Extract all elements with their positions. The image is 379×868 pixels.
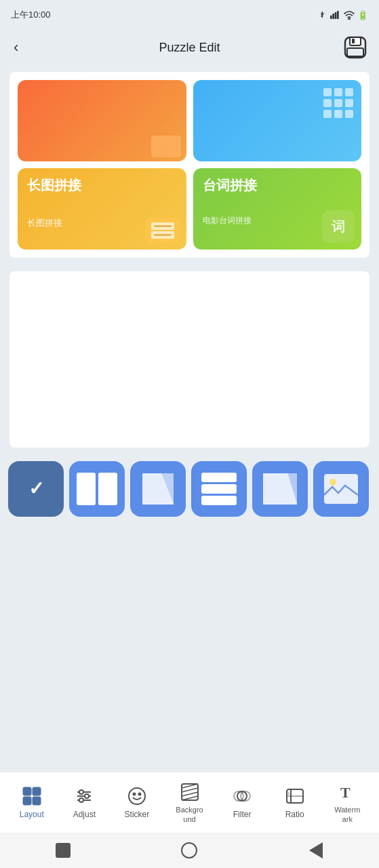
svg-rect-23 <box>33 787 41 795</box>
battery-icon: 🔋 <box>357 10 368 20</box>
svg-rect-7 <box>347 48 363 56</box>
svg-point-30 <box>85 794 89 798</box>
svg-point-4 <box>348 18 350 20</box>
template-grid: 长图拼接 长图拼接 台词拼接 电影台词拼接 词 <box>9 72 370 258</box>
watermark-label: Watermark <box>334 806 360 823</box>
trapezoid-icon <box>262 472 298 506</box>
check-icon: ✓ <box>28 479 44 498</box>
svg-rect-6 <box>350 37 361 45</box>
svg-text:T: T <box>340 784 351 801</box>
svg-rect-22 <box>23 787 31 795</box>
header: ‹ Puzzle Edit <box>0 30 379 65</box>
script-title: 台词拼接 <box>203 176 257 195</box>
rows-icon <box>201 473 237 505</box>
svg-rect-1 <box>332 14 334 19</box>
ratio-label: Ratio <box>285 810 304 819</box>
script-subtitle: 电影台词拼接 <box>203 215 252 226</box>
wifi-icon <box>344 10 355 20</box>
filter-icon <box>231 785 253 807</box>
word-badge: 词 <box>322 210 355 243</box>
layout-check-btn[interactable]: ✓ <box>8 461 64 517</box>
long-image-title: 长图拼接 <box>27 176 81 195</box>
svg-text:1:1: 1:1 <box>287 791 292 795</box>
back-nav-button[interactable] <box>302 837 330 864</box>
layout-rows-btn[interactable] <box>191 461 247 517</box>
orange-grid-card[interactable] <box>18 80 186 161</box>
toolbar-watermark[interactable]: T Watermark <box>321 781 374 823</box>
svg-point-32 <box>129 788 145 804</box>
save-icon <box>344 36 367 59</box>
watermark-icon: T <box>336 781 358 803</box>
layout-icon <box>21 785 43 807</box>
toolbar-adjust[interactable]: Adjust <box>58 785 111 819</box>
long-image-card[interactable]: 长图拼接 长图拼接 <box>18 168 186 250</box>
bluetooth-icon <box>318 10 327 20</box>
svg-point-31 <box>79 798 83 802</box>
blue-grid-card[interactable] <box>193 80 362 161</box>
svg-rect-0 <box>330 16 332 19</box>
layout-diagonal-btn[interactable] <box>130 461 186 517</box>
svg-point-33 <box>133 793 135 795</box>
toolbar-ratio[interactable]: 1:1 Ratio <box>268 785 321 819</box>
diagonal-icon <box>141 472 175 506</box>
home-button[interactable] <box>49 837 77 864</box>
triangle-icon <box>309 842 323 859</box>
save-button[interactable] <box>342 35 368 60</box>
adjust-icon <box>73 785 95 807</box>
status-bar: 上午10:00 🔋 <box>0 0 379 30</box>
filter-label: Filter <box>233 810 252 819</box>
status-icons: 🔋 <box>318 10 368 20</box>
canvas-area: 长图拼接 长图拼接 台词拼接 电影台词拼接 词 <box>0 65 379 264</box>
two-col-icon <box>77 473 117 505</box>
status-time: 上午10:00 <box>11 9 51 21</box>
layout-selector: ✓ <box>0 454 379 524</box>
circle-icon <box>181 842 197 859</box>
white-content-area <box>9 271 370 448</box>
script-card[interactable]: 台词拼接 电影台词拼接 词 <box>193 168 362 250</box>
background-label: Background <box>176 806 203 823</box>
page-title: Puzzle Edit <box>159 41 220 55</box>
long-image-subtitle: 长图拼接 <box>27 217 62 229</box>
ratio-icon: 1:1 <box>284 785 306 807</box>
toolbar-sticker[interactable]: Sticker <box>111 785 163 819</box>
svg-point-21 <box>330 479 336 486</box>
sticker-label: Sticker <box>125 810 150 819</box>
bottom-toolbar: Layout Adjust Sticker <box>0 772 379 833</box>
toolbar-background[interactable]: Background <box>163 781 216 823</box>
photo-icon <box>323 473 359 505</box>
layout-photo-btn[interactable] <box>313 461 369 517</box>
sticker-icon <box>126 785 148 807</box>
layout-label: Layout <box>20 810 44 819</box>
orange-card-icon <box>151 136 181 157</box>
nav-bar <box>0 833 379 868</box>
svg-rect-25 <box>33 797 41 805</box>
toolbar-layout[interactable]: Layout <box>5 785 58 819</box>
background-icon <box>179 781 201 803</box>
back-button[interactable]: ‹ <box>11 36 21 59</box>
blue-card-dots <box>321 85 356 121</box>
layout-trapezoid-btn[interactable] <box>252 461 308 517</box>
svg-point-34 <box>138 793 140 795</box>
svg-rect-2 <box>335 12 337 19</box>
square-icon <box>56 843 71 858</box>
svg-point-29 <box>79 790 83 794</box>
adjust-label: Adjust <box>73 810 96 819</box>
svg-rect-8 <box>352 39 355 43</box>
svg-line-38 <box>182 792 198 796</box>
layout-two-col-btn[interactable] <box>69 461 125 517</box>
signal-icon <box>330 10 341 20</box>
svg-line-37 <box>182 788 198 792</box>
circle-button[interactable] <box>176 837 203 864</box>
long-image-icon <box>146 218 180 243</box>
svg-rect-24 <box>23 797 31 805</box>
toolbar-filter[interactable]: Filter <box>216 785 268 819</box>
svg-rect-3 <box>337 11 339 19</box>
